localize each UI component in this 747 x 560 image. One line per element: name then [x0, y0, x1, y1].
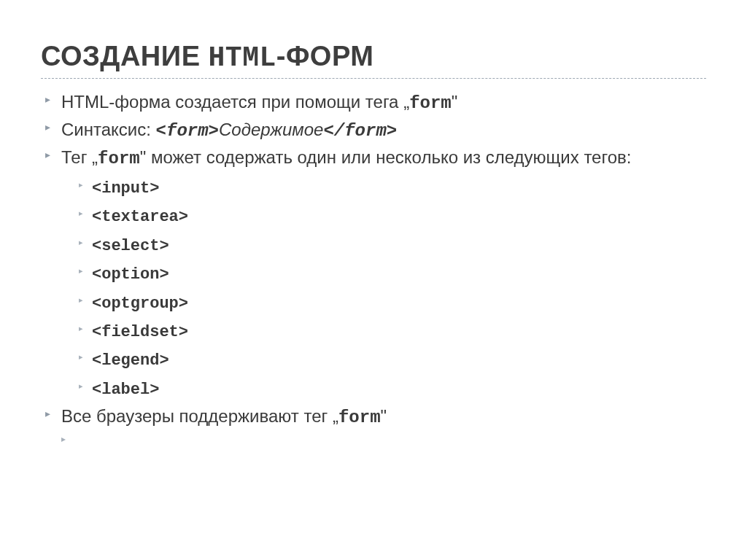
text-run: </form>	[323, 121, 397, 141]
text-run: Все браузеры поддерживают тег „	[61, 406, 338, 426]
text-run: Содержимое	[219, 120, 323, 139]
sub-list-item: <label>	[79, 375, 706, 403]
title-suffix: -ФОРМ	[276, 41, 374, 71]
text-run: form	[98, 149, 140, 168]
tag-text: <fieldset>	[92, 323, 188, 341]
text-run: <form>	[156, 121, 219, 141]
title-prefix: СОЗДАНИЕ	[41, 41, 209, 71]
tag-text: <label>	[92, 381, 159, 399]
tag-text: <optgroup>	[92, 295, 188, 313]
bullet-list: HTML-форма создается при помощи тега „fo…	[41, 89, 706, 431]
tag-text: <input>	[92, 179, 159, 198]
text-run: Тег „	[61, 147, 98, 167]
slide: СОЗДАНИЕ HTML-ФОРМ HTML-форма создается …	[0, 0, 747, 459]
text-run: "	[452, 92, 458, 112]
sub-list: <input><textarea><select><option><optgro…	[45, 174, 706, 403]
text-run: " может содержать один или несколько из …	[140, 147, 632, 167]
title-mono: HTML	[209, 42, 276, 74]
tag-text: <textarea>	[92, 208, 188, 226]
sub-list-item: <legend>	[79, 346, 706, 374]
sub-list-item: <input>	[79, 174, 706, 202]
tag-text: <option>	[92, 265, 169, 284]
text-run: HTML-форма создается при помощи тега „	[61, 92, 409, 112]
decorative-arrow-icon: ▸	[61, 434, 706, 444]
list-item: Синтаксис: <form>Содержимое</form>	[45, 117, 706, 144]
list-item: HTML-форма создается при помощи тега „fo…	[45, 89, 706, 117]
text-run: "	[381, 406, 387, 426]
text-run: Синтаксис:	[61, 120, 156, 139]
text-run: form	[338, 408, 381, 427]
sub-list-item: <select>	[79, 231, 706, 260]
slide-title: СОЗДАНИЕ HTML-ФОРМ	[41, 41, 706, 79]
list-item: Все браузеры поддерживают тег „form"	[45, 403, 706, 431]
sub-list-item: <fieldset>	[79, 317, 706, 346]
sub-list-item: <textarea>	[79, 202, 706, 230]
tag-text: <legend>	[92, 351, 169, 370]
sub-list-item: <optgroup>	[79, 289, 706, 317]
tag-text: <select>	[92, 237, 169, 255]
text-run: form	[409, 93, 452, 113]
sub-list-item: <option>	[79, 260, 706, 288]
list-item: Тег „form" может содержать один или неск…	[45, 144, 706, 172]
